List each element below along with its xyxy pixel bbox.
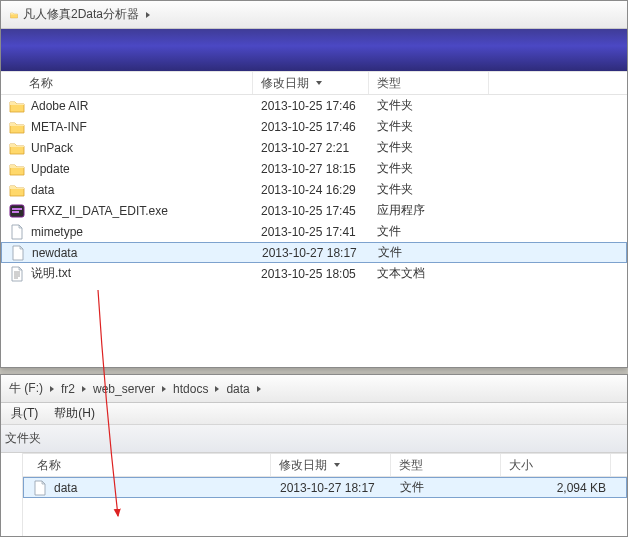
file-name: newdata bbox=[32, 246, 77, 260]
file-name: mimetype bbox=[31, 225, 83, 239]
folder-icon bbox=[9, 140, 25, 156]
chevron-right-icon[interactable] bbox=[45, 385, 59, 393]
sort-indicator-icon bbox=[333, 461, 341, 469]
file-row[interactable]: UnPack2013-10-27 2:21文件夹 bbox=[1, 137, 627, 158]
file-type: 文件夹 bbox=[373, 181, 493, 198]
breadcrumb-item[interactable]: web_server bbox=[91, 375, 157, 402]
breadcrumb-item[interactable]: 凡人修真2Data分析器 bbox=[21, 1, 141, 28]
file-type: 应用程序 bbox=[373, 202, 493, 219]
column-date[interactable]: 修改日期 bbox=[253, 72, 369, 94]
file-name: UnPack bbox=[31, 141, 73, 155]
file-name: FRXZ_II_DATA_EDIT.exe bbox=[31, 204, 168, 218]
file-icon bbox=[9, 224, 25, 240]
file-date: 2013-10-25 17:41 bbox=[257, 225, 373, 239]
chevron-right-icon[interactable] bbox=[141, 11, 155, 19]
nav-pane-stub bbox=[1, 453, 23, 536]
folder-icon bbox=[9, 98, 25, 114]
file-date: 2013-10-25 17:46 bbox=[257, 99, 373, 113]
column-date-label: 修改日期 bbox=[261, 75, 309, 92]
toolbar[interactable]: 文件夹 bbox=[1, 425, 627, 453]
chevron-right-icon[interactable] bbox=[157, 385, 171, 393]
file-row[interactable]: 说明.txt2013-10-25 18:05文本文档 bbox=[1, 263, 627, 284]
column-type-label: 类型 bbox=[377, 75, 401, 92]
menu-bar[interactable]: 具(T) 帮助(H) bbox=[1, 403, 627, 425]
file-row[interactable]: FRXZ_II_DATA_EDIT.exe2013-10-25 17:45应用程… bbox=[1, 200, 627, 221]
breadcrumb-drive[interactable]: 牛 (F:) bbox=[7, 375, 45, 402]
exe-icon bbox=[9, 203, 25, 219]
column-date[interactable]: 修改日期 bbox=[271, 454, 391, 476]
menu-help[interactable]: 帮助(H) bbox=[48, 403, 101, 424]
toolbar-label: 文件夹 bbox=[5, 430, 41, 447]
column-header[interactable]: 名称 修改日期 类型 大小 bbox=[23, 453, 627, 477]
file-date: 2013-10-25 17:46 bbox=[257, 120, 373, 134]
menu-tools[interactable]: 具(T) bbox=[5, 403, 44, 424]
file-date: 2013-10-24 16:29 bbox=[257, 183, 373, 197]
txt-icon bbox=[9, 266, 25, 282]
chevron-right-icon[interactable] bbox=[252, 385, 266, 393]
column-header[interactable]: 名称 修改日期 类型 bbox=[1, 71, 627, 95]
file-type: 文件 bbox=[374, 244, 494, 261]
column-name[interactable]: 名称 bbox=[23, 454, 271, 476]
file-type: 文件夹 bbox=[373, 118, 493, 135]
column-date-label: 修改日期 bbox=[279, 457, 327, 474]
file-size: 2,094 KB bbox=[506, 481, 616, 495]
file-type: 文件 bbox=[396, 479, 506, 496]
file-type: 文本文档 bbox=[373, 265, 493, 282]
file-date: 2013-10-27 18:15 bbox=[257, 162, 373, 176]
file-name: data bbox=[31, 183, 54, 197]
address-bar[interactable]: 凡人修真2Data分析器 bbox=[1, 1, 627, 29]
file-row[interactable]: data2013-10-24 16:29文件夹 bbox=[1, 179, 627, 200]
file-name: Adobe AIR bbox=[31, 99, 88, 113]
file-date: 2013-10-25 18:05 bbox=[257, 267, 373, 281]
column-name[interactable]: 名称 bbox=[1, 72, 253, 94]
file-type: 文件夹 bbox=[373, 160, 493, 177]
file-icon bbox=[32, 480, 48, 496]
file-row[interactable]: Update2013-10-27 18:15文件夹 bbox=[1, 158, 627, 179]
folder-icon bbox=[9, 161, 25, 177]
file-date: 2013-10-27 18:17 bbox=[276, 481, 396, 495]
file-row[interactable]: META-INF2013-10-25 17:46文件夹 bbox=[1, 116, 627, 137]
chevron-right-icon[interactable] bbox=[210, 385, 224, 393]
file-icon bbox=[10, 245, 26, 261]
column-type[interactable]: 类型 bbox=[391, 454, 501, 476]
column-name-label: 名称 bbox=[37, 457, 61, 474]
file-type: 文件夹 bbox=[373, 139, 493, 156]
file-type: 文件夹 bbox=[373, 97, 493, 114]
file-name: 说明.txt bbox=[31, 265, 71, 282]
file-row[interactable]: Adobe AIR2013-10-25 17:46文件夹 bbox=[1, 95, 627, 116]
file-name: Update bbox=[31, 162, 70, 176]
folder-icon bbox=[9, 182, 25, 198]
chevron-right-icon[interactable] bbox=[77, 385, 91, 393]
file-list: 名称 修改日期 类型 Adobe AIR2013-10-25 17:46文件夹M… bbox=[1, 71, 627, 284]
file-list: 名称 修改日期 类型 大小 data2013-10-27 18:17文件2,09… bbox=[23, 453, 627, 536]
address-bar[interactable]: 牛 (F:) fr2 web_server htdocs data bbox=[1, 375, 627, 403]
file-row[interactable]: newdata2013-10-27 18:17文件 bbox=[1, 242, 627, 263]
file-name: META-INF bbox=[31, 120, 87, 134]
file-row[interactable]: data2013-10-27 18:17文件2,094 KB bbox=[23, 477, 627, 498]
breadcrumb-item[interactable]: htdocs bbox=[171, 375, 210, 402]
explorer-window-bottom: 牛 (F:) fr2 web_server htdocs data 具(T) 帮… bbox=[0, 374, 628, 537]
file-name: data bbox=[54, 481, 77, 495]
file-row[interactable]: mimetype2013-10-25 17:41文件 bbox=[1, 221, 627, 242]
column-size[interactable]: 大小 bbox=[501, 454, 611, 476]
column-size-label: 大小 bbox=[509, 457, 533, 474]
explorer-window-top: 凡人修真2Data分析器 名称 修改日期 类型 Adobe AIR2013-10… bbox=[0, 0, 628, 368]
column-type-label: 类型 bbox=[399, 457, 423, 474]
folder-icon bbox=[9, 119, 25, 135]
file-type: 文件 bbox=[373, 223, 493, 240]
file-date: 2013-10-27 2:21 bbox=[257, 141, 373, 155]
breadcrumb-item[interactable]: fr2 bbox=[59, 375, 77, 402]
column-type[interactable]: 类型 bbox=[369, 72, 489, 94]
folder-glyph bbox=[7, 11, 21, 19]
sort-indicator-icon bbox=[315, 79, 323, 87]
file-date: 2013-10-27 18:17 bbox=[258, 246, 374, 260]
file-date: 2013-10-25 17:45 bbox=[257, 204, 373, 218]
column-name-label: 名称 bbox=[29, 75, 53, 92]
ribbon-bar bbox=[1, 29, 627, 71]
breadcrumb-item[interactable]: data bbox=[224, 375, 251, 402]
